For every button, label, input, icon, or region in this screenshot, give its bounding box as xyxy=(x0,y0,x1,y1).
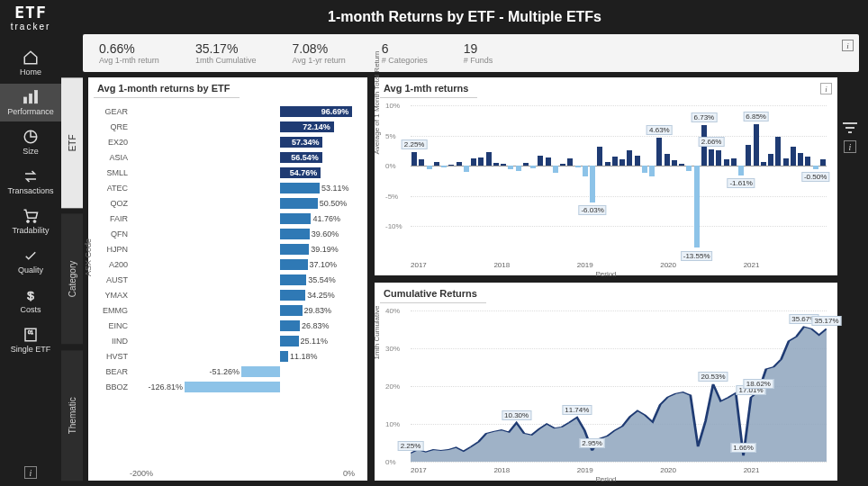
nav-single[interactable]: 01Single ETF xyxy=(0,321,61,359)
bar-value-label: 39.60% xyxy=(312,229,339,239)
info-icon[interactable]: i xyxy=(820,83,832,94)
left-nav: ETF tracker HomePerformanceSizeTransacti… xyxy=(0,0,61,486)
bar-category: SMLL xyxy=(99,168,128,177)
column-bar xyxy=(761,162,766,166)
filter-icon[interactable] xyxy=(843,122,857,133)
axis-label: Average of 1 Month Total Return xyxy=(373,51,381,155)
bar-row: YMAX34.25% xyxy=(130,287,355,302)
info-icon[interactable]: i xyxy=(24,466,37,479)
column-bar xyxy=(768,154,773,166)
bar-row: IIND25.11% xyxy=(130,333,355,348)
bar-value-label: 37.10% xyxy=(310,259,338,270)
bar-value-label: 26.83% xyxy=(302,320,330,331)
bar-value-label: 56.54% xyxy=(291,152,319,163)
vtab-thematic[interactable]: Thematic xyxy=(61,350,83,481)
axis-label: 1mth Cumulative xyxy=(373,305,381,359)
axis-label: Period xyxy=(595,270,616,278)
vtab-etf[interactable]: ETF xyxy=(61,77,83,208)
chart-annotation: 6.73% xyxy=(692,112,718,122)
info-icon[interactable]: i xyxy=(844,140,856,153)
nav-performance[interactable]: Performance xyxy=(0,84,61,122)
nav-label: Costs xyxy=(20,305,41,314)
panel-title: Cumulative Returns xyxy=(380,284,486,303)
bar-category: IIND xyxy=(99,337,128,346)
kpi-label: # Funds xyxy=(464,56,493,65)
svg-text:$: $ xyxy=(27,288,34,302)
vertical-tabs: ETFCategoryThematic xyxy=(61,77,83,481)
bar-value-label: 54.76% xyxy=(290,167,318,178)
nav-tradability[interactable]: Tradability xyxy=(0,202,61,240)
column-bar xyxy=(493,163,499,166)
bar-category: QFN xyxy=(99,230,128,238)
bar-category: EX20 xyxy=(99,138,128,147)
column-bar xyxy=(694,166,700,248)
nav-transactions[interactable]: Transactions xyxy=(0,163,61,201)
area-xaxis: 20172018201920202021 xyxy=(411,466,827,474)
info-icon[interactable]: i xyxy=(842,40,854,51)
panel-column-chart: Avg 1-mth returns i Average of 1 Month T… xyxy=(375,77,837,275)
chart-annotation: 6.85% xyxy=(743,112,769,122)
nav-label: Tradability xyxy=(12,226,49,235)
bar-fill xyxy=(280,198,318,209)
chart-annotation: 2.25% xyxy=(398,441,424,451)
bar-category: BEAR xyxy=(99,367,128,376)
column-bar xyxy=(583,166,588,176)
single-icon: 01 xyxy=(22,327,40,343)
nav-label: Size xyxy=(23,147,39,156)
svg-rect-1 xyxy=(30,94,32,104)
bar-category: QRE xyxy=(99,122,128,131)
kpi-value: 7.08% xyxy=(292,41,328,56)
column-bar xyxy=(567,158,573,166)
svg-point-5 xyxy=(33,220,36,222)
bar-fill xyxy=(280,336,299,346)
nav-quality[interactable]: Quality xyxy=(0,242,61,280)
bar-category: EMMG xyxy=(99,306,128,315)
kpi-label: Avg 1-yr return xyxy=(292,56,345,65)
column-bar xyxy=(411,152,417,166)
nav-home[interactable]: Home xyxy=(0,44,61,82)
kpi-value: 35.17% xyxy=(195,41,238,56)
vtab-category[interactable]: Category xyxy=(61,213,83,344)
column-bar xyxy=(619,159,625,166)
chart-annotation: 11.74% xyxy=(562,405,592,415)
chart-annotation: -13.55% xyxy=(681,251,713,261)
bar-row: EMMG29.83% xyxy=(130,302,355,318)
chart-annotation: 20.53% xyxy=(698,372,728,382)
column-bar xyxy=(635,156,640,166)
bar-row: AUST35.54% xyxy=(130,272,355,287)
chart-annotation: 2.25% xyxy=(402,140,428,149)
column-bar xyxy=(419,159,424,166)
chart-annotation: -1.61% xyxy=(727,178,755,188)
column-bar xyxy=(478,158,484,166)
column-bar xyxy=(508,166,513,169)
bar-value-label: 39.19% xyxy=(311,244,339,255)
column-bar xyxy=(672,160,677,166)
kpi-item: 0.66%Avg 1-mth return xyxy=(99,41,159,65)
nav-size[interactable]: Size xyxy=(0,123,61,161)
kpi-value: 0.66% xyxy=(99,41,135,56)
bar-category: HJPN xyxy=(99,245,128,254)
bar-category: QOZ xyxy=(99,199,128,208)
column-bar xyxy=(530,166,536,168)
chart-annotation: 4.63% xyxy=(646,125,673,135)
bar-category: EINC xyxy=(99,321,128,330)
axis-label: ASX Code xyxy=(84,238,93,276)
column-bar xyxy=(754,124,759,166)
column-bar xyxy=(538,156,543,166)
bar-category: BBOZ xyxy=(99,382,128,392)
quality-icon xyxy=(22,248,40,264)
bar-row: GEAR96.69% xyxy=(130,104,355,119)
svg-point-4 xyxy=(27,220,30,222)
bar-category: ATEC xyxy=(99,184,128,193)
performance-icon xyxy=(22,89,40,105)
bar-fill: 57.34% xyxy=(280,137,323,148)
kpi-value: 6 xyxy=(382,41,389,56)
nav-costs[interactable]: $Costs xyxy=(0,282,61,320)
bar-row: QRE72.14% xyxy=(130,119,355,134)
column-bar xyxy=(501,164,506,166)
svg-text:01: 01 xyxy=(28,329,33,335)
column-bar xyxy=(448,165,454,166)
bar-category: AUST xyxy=(99,275,128,284)
kpi-item: 19# Funds xyxy=(464,41,493,65)
column-bar xyxy=(590,166,595,202)
